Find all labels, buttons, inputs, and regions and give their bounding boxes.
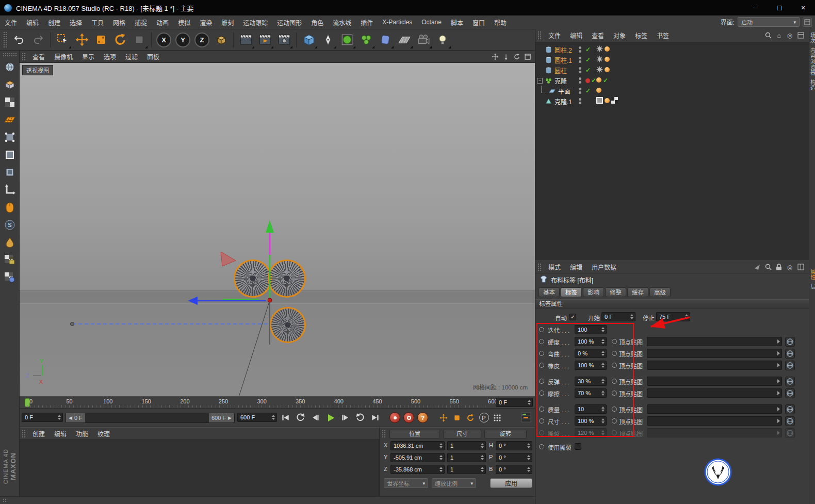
spinner-arrows[interactable] [601,391,605,396]
disabled-dot-icon[interactable] [585,78,590,83]
object-menu-item[interactable]: 书签 [652,31,674,40]
side-tab[interactable]: 层 [809,284,815,289]
play-button[interactable] [323,411,337,425]
object-row[interactable]: 平面✓ [535,86,809,96]
add-cloner-button[interactable] [356,30,376,50]
enabled-check-icon[interactable]: ✓ [585,57,591,63]
timeline-panel-button[interactable] [520,412,532,425]
mini-move-button[interactable] [437,412,450,424]
position-field[interactable]: 1036.31 cm [390,441,445,450]
attribute-grip[interactable] [537,263,542,271]
play-backward-button[interactable] [294,411,307,425]
keyframe-circle-icon[interactable] [612,407,617,412]
scale-mode-select[interactable]: 缩放比例▾ [432,478,476,488]
keyframe-grid-button[interactable] [491,412,503,424]
object-name[interactable]: 圆柱.2 [555,45,572,54]
param-value-field[interactable]: 100 % [575,416,607,426]
add-spline-button[interactable] [318,30,337,50]
rotate-view-icon[interactable] [512,52,521,61]
spinner-arrows[interactable] [601,351,605,356]
shader-globe-icon[interactable] [785,361,795,370]
spinner-arrows[interactable] [601,339,605,344]
paint-button[interactable] [1,234,19,251]
vertex-map-field[interactable] [647,361,782,370]
object-menu-item[interactable]: 文件 [544,31,565,40]
shader-globe-icon[interactable] [785,428,795,438]
shader-globe-icon[interactable] [785,349,795,359]
tag-orange-icon[interactable] [596,87,601,94]
size-field[interactable]: 1 [447,453,486,462]
z-axis-lock-button[interactable]: Z [192,30,211,50]
tag-check-icon[interactable]: ✓ [603,77,608,84]
tag-orange-icon[interactable] [605,46,610,53]
enabled-check-icon[interactable]: ✓ [585,46,591,53]
keyframe-circle-icon[interactable] [539,363,544,368]
side-tab[interactable]: 属性 [809,269,815,280]
keyframe-circle-icon[interactable] [539,339,544,344]
keyframe-circle-icon[interactable] [612,430,617,435]
viewport-solo-button[interactable] [1,199,19,216]
loop-button[interactable] [353,411,367,425]
shader-globe-icon[interactable] [785,388,795,398]
range-end-handle[interactable]: 600 F▶ [209,413,234,422]
material-menu-item[interactable]: 编辑 [50,429,71,438]
spinner-arrows[interactable] [528,400,531,405]
object-menu-item[interactable]: 查看 [587,31,609,40]
scale-tool-button[interactable] [91,30,110,50]
auto-checkbox[interactable]: ✓ [569,314,576,320]
tag-orange-icon[interactable] [605,56,610,63]
material-menu-item[interactable]: 创建 [28,429,50,438]
spinner-arrows[interactable] [601,327,605,332]
menu-item[interactable]: 创建 [43,18,65,27]
visibility-dots[interactable] [579,87,581,95]
tag-burst-icon[interactable] [596,45,603,54]
viewport-menu-item[interactable]: 摄像机 [50,52,77,61]
spline-start-point[interactable] [71,322,74,326]
autokey-button[interactable] [403,412,414,423]
am-panel-icon[interactable] [796,263,805,271]
vertex-map-field[interactable] [647,416,782,426]
mini-rotate-button[interactable] [464,412,477,424]
workplane-mode-button[interactable] [1,111,19,128]
object-row[interactable]: −克隆✓✓ [535,75,809,86]
param-value-field[interactable]: 70 % [575,388,607,398]
add-deformer-button[interactable] [376,30,395,50]
spinner-arrows[interactable] [601,363,605,368]
keyframe-circle-icon[interactable] [612,391,617,396]
am-lock-icon[interactable] [775,263,783,271]
keyframe-circle-icon[interactable] [539,407,544,412]
tag-burst-icon[interactable] [596,56,603,64]
viewport-menu-item[interactable]: 选项 [99,52,121,61]
keyframe-circle-icon[interactable] [539,391,544,396]
status-grip[interactable] [2,498,7,502]
record-keyframe-button[interactable] [389,412,400,423]
add-light-button[interactable] [433,30,452,50]
zoom-view-icon[interactable] [501,52,510,61]
keyframe-circle-icon[interactable] [612,379,617,384]
size-field[interactable]: 1 [447,465,486,474]
attribute-tab[interactable]: 影响 [583,287,604,297]
use-tear-checkbox[interactable] [575,443,581,450]
attribute-menu-item[interactable]: 用户数据 [587,263,621,271]
size-field[interactable]: 1 [447,441,486,450]
model-mode-button[interactable] [1,76,19,93]
menu-item[interactable]: 工具 [87,18,108,27]
om-home-icon[interactable]: ⌂ [775,31,783,40]
am-target-icon[interactable]: ◎ [786,263,794,271]
keyframe-circle-icon[interactable] [612,351,617,356]
apply-button[interactable]: 应用 [490,478,532,488]
menu-item[interactable]: 编辑 [22,18,43,27]
object-name[interactable]: 圆柱.1 [555,56,572,64]
menu-item[interactable]: 运动跟踪 [238,18,272,27]
goto-start-button[interactable] [279,411,292,425]
shader-globe-icon[interactable] [785,377,795,386]
viewport-view-label[interactable]: 透视视图 [22,65,53,75]
spinner-arrows[interactable] [601,418,605,424]
polygons-mode-button[interactable] [1,164,19,181]
maximize-view-icon[interactable] [523,52,532,61]
keyframe-circle-icon[interactable] [612,363,617,368]
ruler-frame-field[interactable]: 0 F [496,398,533,407]
add-floor-button[interactable] [395,30,414,50]
vertex-map-field[interactable] [647,404,782,414]
add-subdivision-button[interactable] [337,30,356,50]
